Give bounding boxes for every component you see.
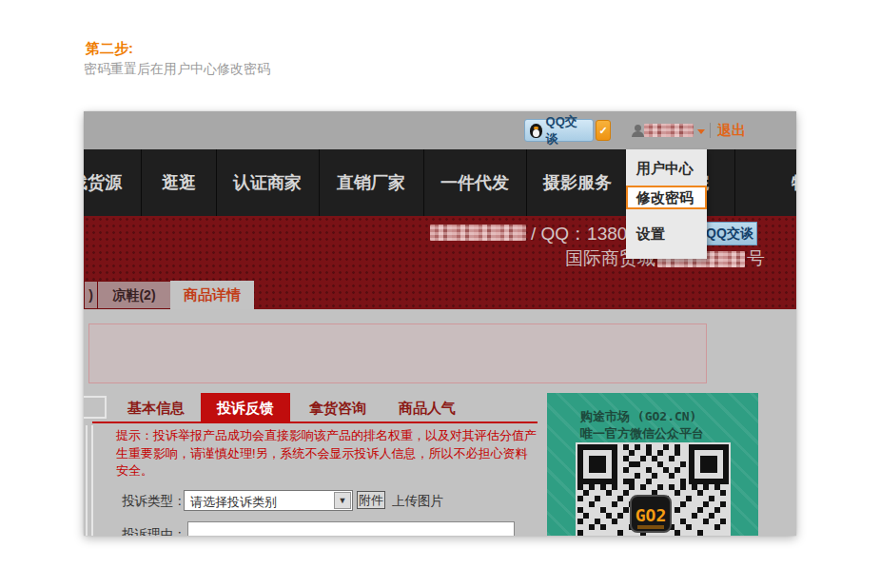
tab-popularity[interactable]: 商品人气	[389, 393, 465, 423]
qq-verified-badge-icon: ✓	[596, 120, 611, 141]
tab-partial[interactable]: )	[84, 281, 98, 309]
logout-link[interactable]: 退出	[717, 122, 746, 140]
menu-item-user-center[interactable]: 用户中心	[626, 149, 707, 186]
wechat-panel: 购途市场 (GO2.CN) 唯一官方微信公众平台 GO2	[547, 393, 758, 536]
product-tabs: ) 凉鞋(2) 商品详情	[84, 281, 796, 309]
nav-item-certified[interactable]: 认证商家	[233, 149, 302, 216]
seller-contact-text: / QQ：1380	[531, 222, 627, 246]
qq-chat-label: QQ交谈	[546, 113, 588, 147]
step-title: 第二步:	[86, 40, 133, 58]
screenshot-panel: QQ交谈 ✓ 退出 找货源 逛逛 认证商家 直销厂家 一件代发 摄影服务 商学院…	[84, 111, 796, 536]
header-divider	[710, 123, 711, 138]
complaint-type-label: 投诉类型：	[122, 493, 186, 510]
user-icon	[632, 125, 644, 137]
qq-chat-button[interactable]: QQ交谈	[524, 119, 594, 142]
banner-qq-chat-button[interactable]: QQ交谈	[702, 222, 757, 245]
complaint-type-select[interactable]: 请选择投诉类别 ▼	[184, 490, 353, 511]
menu-item-settings[interactable]: 设置	[626, 209, 707, 259]
tab-complaint[interactable]: 投诉反馈	[201, 393, 290, 423]
tab-sandals[interactable]: 凉鞋(2)	[97, 281, 171, 309]
qq-penguin-icon	[530, 124, 542, 138]
wechat-line2: 唯一官方微信公众平台	[580, 425, 704, 442]
select-arrow-icon[interactable]: ▼	[334, 492, 351, 509]
nav-item-logistics[interactable]: 物流	[792, 149, 796, 216]
side-box-partial	[84, 396, 107, 419]
attachment-button[interactable]: 附件	[357, 491, 385, 509]
upload-image-label: 上传图片	[392, 493, 443, 510]
complaint-reason-label: 投诉理由：	[122, 526, 186, 536]
select-value: 请选择投诉类别	[190, 494, 277, 511]
qr-logo-text: GO2	[636, 505, 667, 525]
tab-basic-info[interactable]: 基本信息	[118, 393, 194, 423]
qr-code: GO2	[576, 442, 731, 536]
step-description: 密码重置后在用户中心修改密码	[84, 61, 270, 78]
tab-purchase-inquiry[interactable]: 拿货咨询	[300, 393, 376, 423]
side-panel-border	[86, 425, 93, 536]
username-blurred[interactable]	[644, 124, 694, 137]
tab-underline	[92, 421, 538, 423]
nav-separator	[216, 149, 217, 216]
nav-item-dropship[interactable]: 一件代发	[440, 149, 509, 216]
nav-separator	[526, 149, 527, 216]
tab-product-detail[interactable]: 商品详情	[170, 281, 254, 309]
nav-item-photo[interactable]: 摄影服务	[543, 149, 612, 216]
nav-separator	[319, 149, 320, 216]
site-header: QQ交谈 ✓ 退出	[84, 111, 796, 149]
nav-item-factory[interactable]: 直销厂家	[337, 149, 405, 216]
nav-item-sources[interactable]: 找货源	[84, 149, 122, 216]
phone-number-blurred	[430, 225, 526, 241]
user-dropdown-menu: 用户中心 修改密码 设置	[626, 149, 707, 259]
nav-separator	[734, 149, 735, 216]
menu-item-change-password[interactable]: 修改密码	[626, 186, 707, 209]
chevron-down-icon[interactable]	[697, 129, 705, 134]
empty-banner-box	[88, 323, 707, 383]
nav-separator	[141, 149, 142, 216]
product-content: 基本信息 投诉反馈 拿货咨询 商品人气 提示：投诉举报产品成功会直接影响该产品的…	[84, 309, 796, 536]
nav-item-browse[interactable]: 逛逛	[162, 149, 196, 216]
nav-separator	[423, 149, 424, 216]
wechat-line1: 购途市场 (GO2.CN)	[580, 408, 696, 425]
complaint-notice: 提示：投诉举报产品成功会直接影响该产品的排名权重，以及对其评估分值产生重要影响，…	[116, 427, 538, 480]
complaint-reason-input[interactable]	[187, 521, 515, 536]
address-suffix: 号	[747, 246, 765, 271]
